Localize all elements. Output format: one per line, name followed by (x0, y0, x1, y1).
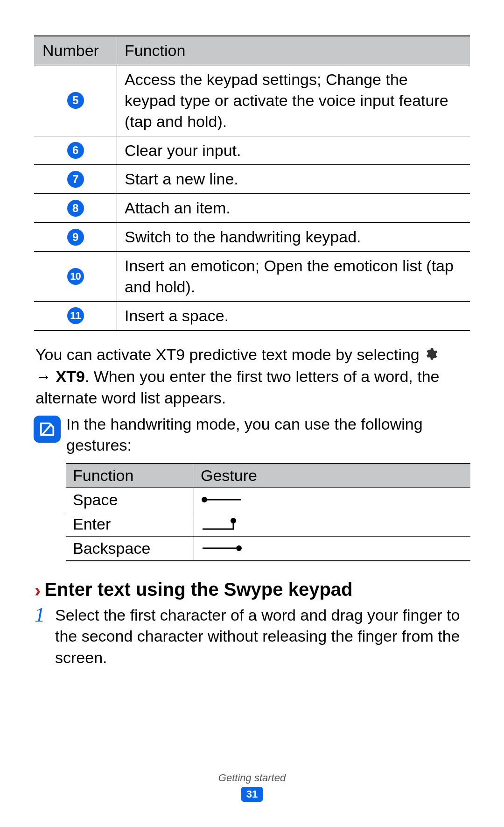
table-row: Backspace (66, 536, 470, 560)
row-number: 10 (34, 252, 117, 301)
row-function: Attach an item. (117, 194, 470, 222)
gear-icon (424, 345, 438, 367)
table-row: 9 Switch to the handwriting keypad. (34, 222, 470, 251)
page: Number Function 5 Access the keypad sett… (0, 0, 504, 827)
svg-point-4 (236, 545, 242, 551)
svg-point-2 (231, 518, 236, 523)
gesture-name: Enter (66, 512, 194, 536)
callout-circle-icon: 7 (67, 171, 84, 188)
row-number: 6 (34, 136, 117, 165)
table-row: Enter (66, 512, 470, 536)
row-number: 11 (34, 302, 117, 330)
col-header-gesture: Gesture (194, 464, 470, 488)
text: → (35, 368, 56, 385)
callout-circle-icon: 9 (67, 229, 84, 246)
gesture-table: Function Gesture Space Enter Backspace (66, 463, 470, 561)
table-row: 7 Start a new line. (34, 164, 470, 193)
svg-point-0 (202, 497, 207, 502)
text: . When you enter the first two letters o… (35, 368, 440, 407)
row-function: Insert an emoticon; Open the emoticon li… (117, 252, 470, 301)
row-function: Insert a space. (117, 302, 470, 330)
note-text: In the handwriting mode, you can use the… (66, 414, 470, 456)
gesture-enter-icon (194, 512, 470, 536)
row-number: 7 (34, 165, 117, 193)
col-header-function: Function (117, 36, 470, 65)
text-bold: XT9 (56, 368, 84, 385)
footer: Getting started 31 (0, 772, 504, 802)
chevron-right-icon: › (35, 581, 41, 600)
text: You can activate XT9 predictive text mod… (35, 346, 424, 363)
callout-circle-icon: 5 (67, 92, 84, 109)
table-row: Space (66, 488, 470, 512)
col-header-number: Number (34, 36, 117, 65)
note-icon (34, 416, 61, 443)
callout-circle-icon: 6 (67, 142, 84, 159)
callout-circle-icon: 10 (67, 268, 84, 285)
gesture-backspace-icon (194, 537, 470, 560)
row-number: 8 (34, 194, 117, 222)
row-number: 9 (34, 223, 117, 251)
step-number: 1 (35, 605, 49, 669)
callout-circle-icon: 11 (67, 307, 84, 324)
xt9-paragraph: You can activate XT9 predictive text mod… (35, 344, 469, 409)
col-header-function: Function (66, 464, 194, 488)
table-row: 10 Insert an emoticon; Open the emoticon… (34, 251, 470, 301)
gesture-name: Space (66, 488, 194, 512)
row-number: 5 (34, 65, 117, 136)
table-row: 5 Access the keypad settings; Change the… (34, 65, 470, 136)
step-text: Select the first character of a word and… (55, 605, 469, 669)
step: 1 Select the first character of a word a… (35, 605, 469, 669)
gesture-space-icon (194, 488, 470, 512)
table-row: 6 Clear your input. (34, 136, 470, 165)
section: › Enter text using the Swype keypad (35, 579, 469, 600)
row-function: Access the keypad settings; Change the k… (117, 65, 470, 136)
page-number: 31 (241, 787, 263, 802)
footer-label: Getting started (218, 772, 286, 784)
section-title: Enter text using the Swype keypad (44, 579, 352, 600)
table-row: 8 Attach an item. (34, 193, 470, 222)
table-row: Function Gesture (66, 464, 470, 488)
function-table: Number Function 5 Access the keypad sett… (34, 35, 470, 331)
table-row: 11 Insert a space. (34, 301, 470, 330)
gesture-name: Backspace (66, 537, 194, 560)
callout-circle-icon: 8 (67, 200, 84, 217)
row-function: Switch to the handwriting keypad. (117, 223, 470, 251)
table-row: Number Function (34, 36, 470, 65)
row-function: Start a new line. (117, 165, 470, 193)
note-block: In the handwriting mode, you can use the… (34, 414, 470, 456)
row-function: Clear your input. (117, 136, 470, 165)
section-heading: › Enter text using the Swype keypad (35, 579, 469, 600)
